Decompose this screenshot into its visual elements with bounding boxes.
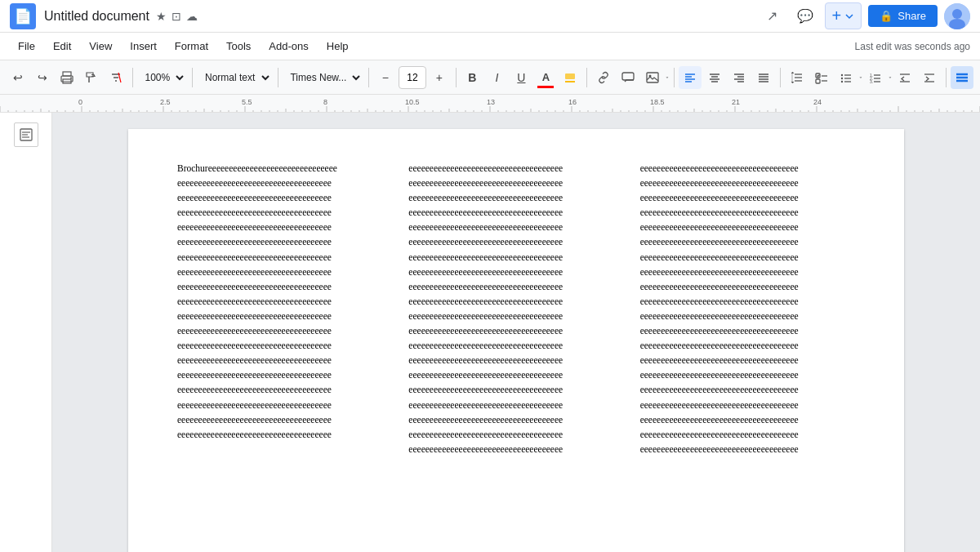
list-item: eeeeeeeeeeeeeeeeeeeeeeeeeeeeeeeeeeeee [408,383,623,396]
bold-button[interactable]: B [461,66,483,89]
font-size-input[interactable] [399,66,426,89]
align-left-button[interactable] [679,66,702,89]
highlight-color-button[interactable] [559,66,581,89]
italic-button[interactable]: I [485,66,508,89]
list-item: eeeeeeeeeeeeeeeeeeeeeeeeeeeeeeeeeeeee [177,206,392,219]
document-columns: Brochureeeeeeeeeeeeeeeeeeeeeeeeeeeeeee e… [177,162,855,457]
list-item: eeeeeeeeeeeeeeeeeeeeeeeeeeeeeeeeeeeee [408,295,623,308]
print-icon [60,71,74,84]
menu-tools[interactable]: Tools [218,37,259,56]
outline-icon [19,127,33,142]
avatar-image [944,3,970,29]
document-page[interactable]: Brochureeeeeeeeeeeeeeeeeeeeeeeeeeeeeee e… [128,129,904,552]
list-item: eeeeeeeeeeeeeeeeeeeeeeeeeeeeeeeeeeeeee [640,354,855,367]
list-item: eeeeeeeeeeeeeeeeeeeeeeeeeeeeeeeeeeeee [177,398,392,412]
list-item: eeeeeeeeeeeeeeeeeeeeeeeeeeeeeeeeeeeeee [640,443,855,456]
print-button[interactable] [56,66,78,89]
list-item: eeeeeeeeeeeeeeeeeeeeeeeeeeeeeeeeeeeee [408,413,623,426]
menu-help[interactable]: Help [318,37,357,56]
paragraph-style-select[interactable]: Normal text Heading 1 Heading 2 Heading … [198,66,273,89]
decrease-indent-button[interactable] [893,66,916,89]
list-item: eeeeeeeeeeeeeeeeeeeeeeeeeeeeeeeeeeeee [177,176,392,189]
redo-button[interactable]: ↪ [31,66,54,89]
comments-button[interactable]: 💬 [792,3,818,29]
insert-image-button[interactable] [641,66,664,89]
svg-point-6 [70,77,72,78]
list-item: eeeeeeeeeeeeeeeeeeeeeeeeeeeeeeeeeeeee [177,413,392,426]
text-style-override-button[interactable] [951,66,973,89]
document-outline-button[interactable] [14,122,38,147]
title-bar: 📄 Untitled document ★ ⊡ ☁ ↗ 💬 + 🔒 Share [0,0,980,33]
list-item: eeeeeeeeeeeeeeeeeeeeeeeeeeeeeeeeeeeeee [640,324,855,337]
list-item: eeeeeeeeeeeeeeeeeeeeeeeeeeeeeeeeeeeeee [640,191,855,204]
align-justify-icon [757,71,770,84]
bulleted-list-button[interactable] [835,66,858,89]
decrease-font-button[interactable]: − [374,66,397,89]
checklist-button[interactable] [810,66,833,89]
line-spacing-button[interactable] [786,66,808,89]
paint-format-button[interactable] [80,66,103,89]
undo-button[interactable]: ↩ [7,66,29,89]
list-item: eeeeeeeeeeeeeeeeeeeeeeeeeeeeeeeeeeeee [177,368,392,381]
increase-font-button[interactable]: + [428,66,451,89]
insert-link-button[interactable] [592,66,615,89]
list-item: eeeeeeeeeeeeeeeeeeeeeeeeeeeeeeeeeeeeee [640,339,855,352]
title-bar-right: ↗ 💬 + 🔒 Share [760,2,970,29]
user-avatar[interactable] [944,3,970,29]
svg-point-40 [841,73,843,75]
svg-point-42 [841,77,843,78]
folder-icon[interactable]: ⊡ [172,10,181,23]
document-title[interactable]: Untitled document [44,9,149,24]
list-item: eeeeeeeeeeeeeeeeeeeeeeeeeeeeeeeeeeeeee [640,280,855,293]
bulleted-list-icon [840,71,853,84]
menu-addons[interactable]: Add-ons [261,37,316,56]
svg-point-1 [952,9,962,19]
menu-file[interactable]: File [10,37,43,56]
text-color-button[interactable]: A [534,66,557,89]
paint-format-icon [85,71,98,84]
document-column-3: eeeeeeeeeeeeeeeeeeeeeeeeeeeeeeeeeeeeee e… [640,162,855,457]
image-dropdown-arrow[interactable] [666,72,669,83]
list-item: eeeeeeeeeeeeeeeeeeeeeeeeeeeeeeeeeeeee [408,235,623,248]
menu-insert[interactable]: Insert [122,37,165,56]
svg-rect-12 [565,73,575,79]
text-color-icon: A [542,71,550,83]
menu-format[interactable]: Format [167,37,216,56]
list-item: eeeeeeeeeeeeeeeeeeeeeeeeeeeeeeeeeeeee [177,235,392,248]
analytics-button[interactable]: ↗ [760,3,786,29]
line-spacing-icon [791,71,804,84]
ruler [0,95,980,113]
zoom-select[interactable]: 100% 75% 125% 150% [137,66,187,89]
toolbar: ↩ ↪ 100% 75% 125% 150% Normal text Headi… [0,60,980,95]
bulleted-list-dropdown[interactable] [859,72,862,83]
checklist-icon [815,71,828,84]
star-icon[interactable]: ★ [156,10,167,23]
align-justify-button[interactable] [752,66,775,89]
menu-edit[interactable]: Edit [45,37,79,56]
clear-formatting-button[interactable] [105,66,127,89]
align-center-button[interactable] [703,66,726,89]
add-button[interactable]: + [825,2,862,29]
align-right-button[interactable] [728,66,751,89]
list-item: eeeeeeeeeeeeeeeeeeeeeeeeeeeeeeeeeeeee [408,398,623,412]
google-docs-icon: 📄 [10,3,36,29]
svg-rect-3 [63,72,71,76]
main-content-area: Brochureeeeeeeeeeeeeeeeeeeeeeeeeeeeeee e… [0,113,980,552]
share-button[interactable]: 🔒 Share [868,5,938,27]
menu-view[interactable]: View [81,37,120,56]
underline-button[interactable]: U [510,66,532,89]
list-item: eeeeeeeeeeeeeeeeeeeeeeeeeeeeeeeeeeeee [408,443,623,456]
insert-comment-button[interactable] [617,66,639,89]
svg-rect-15 [647,73,658,82]
numbered-list-dropdown[interactable] [889,72,892,83]
list-item: eeeeeeeeeeeeeeeeeeeeeeeeeeeeeeeeeeeeee [640,251,855,264]
numbered-list-button[interactable]: 1.2.3. [864,66,887,89]
list-item: eeeeeeeeeeeeeeeeeeeeeeeeeeeeeeeeeeeee [408,339,623,352]
list-item: eeeeeeeeeeeeeeeeeeeeeeeeeeeeeeeeeeeeee [640,235,855,248]
list-item: eeeeeeeeeeeeeeeeeeeeeeeeeeeeeeeeeeeee [408,251,623,264]
document-area[interactable]: Brochureeeeeeeeeeeeeeeeeeeeeeeeeeeeeee e… [52,113,980,552]
font-select[interactable]: Times New... Arial Georgia Verdana [283,66,363,89]
menu-bar: File Edit View Insert Format Tools Add-o… [0,33,980,60]
list-item: eeeeeeeeeeeeeeeeeeeeeeeeeeeeeeeeeeeee [408,206,623,219]
increase-indent-button[interactable] [918,66,941,89]
